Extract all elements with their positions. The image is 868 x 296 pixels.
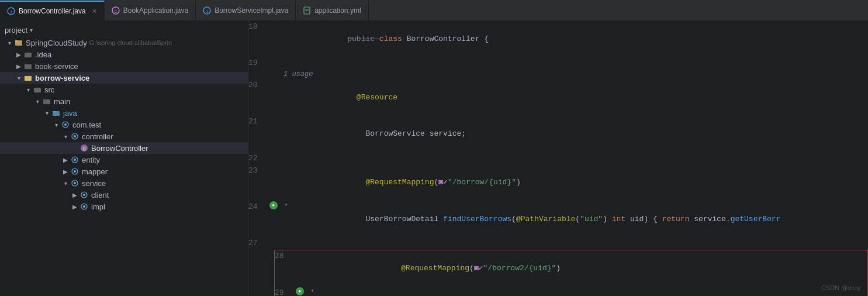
- fold-arrow-24[interactable]: ▾: [285, 201, 288, 208]
- book-service-icon: [23, 61, 33, 71]
- tab-close-icon[interactable]: ✕: [92, 8, 97, 15]
- controller-label: controller: [82, 132, 113, 141]
- svg-point-24: [64, 123, 67, 126]
- tree-impl[interactable]: ▶ impl: [0, 201, 248, 212]
- line-24: 24 ● ▾ UserBorrowDetail findUserBorrows(…: [248, 201, 868, 238]
- client-label: client: [91, 191, 109, 199]
- line-21: 21 BorrowService service;: [248, 116, 868, 152]
- root-folder-icon: [14, 38, 23, 47]
- borrow-controller-label: BorrowController: [91, 144, 148, 153]
- mapper-icon: [70, 167, 79, 176]
- borrow-service-icon: [23, 73, 33, 82]
- sidebar: project ▾ ▾ SpringCloudStudy G:\spring c…: [0, 21, 248, 296]
- tab-label-4: application.yml: [314, 6, 361, 15]
- java-label: java: [63, 109, 77, 118]
- tab-book-application[interactable]: C BookApplication.java: [105, 1, 196, 20]
- idea-folder-icon: [23, 50, 33, 59]
- borrow-controller-icon: C: [79, 143, 89, 153]
- book-service-label: book-service: [35, 62, 78, 71]
- svg-rect-20: [43, 99, 46, 101]
- svg-rect-18: [34, 88, 37, 89]
- tree-src[interactable]: ▾ src: [0, 84, 248, 95]
- book-service-arrow: ▶: [14, 63, 23, 70]
- code-container[interactable]: 18 public class BorrowController { 19: [248, 21, 868, 296]
- java-file-icon-3: J: [203, 6, 211, 15]
- svg-text:J: J: [10, 10, 12, 14]
- src-arrow: ▾: [23, 87, 33, 93]
- src-label: src: [44, 85, 54, 94]
- tree-borrow-controller[interactable]: C BorrowController: [0, 142, 248, 154]
- line-28: 28 @RequestMapping(◙✓"/borrow2/{uid}"): [275, 250, 867, 287]
- com-test-arrow: ▾: [51, 122, 61, 128]
- tab-label: BorrowController.java: [19, 7, 86, 15]
- idea-expand-arrow: ▶: [14, 51, 23, 58]
- tab-bar: J BorrowController.java ✕ C BookApplicat…: [0, 0, 868, 21]
- svg-point-32: [74, 170, 76, 173]
- main-area: project ▾ ▾ SpringCloudStudy G:\spring c…: [0, 21, 868, 296]
- main-icon: [42, 97, 51, 106]
- usage-hint: 1 usage: [248, 70, 868, 80]
- code-scroll[interactable]: 18 public class BorrowController { 19: [248, 21, 868, 296]
- mapping-gutter-icon: ●: [269, 201, 278, 209]
- tree-entity[interactable]: ▶ entity: [0, 154, 248, 166]
- project-dropdown-arrow: ▾: [30, 27, 33, 33]
- impl-icon: [79, 202, 89, 211]
- mapping-gutter-icon-29: ●: [296, 287, 304, 295]
- main-label: main: [54, 97, 70, 106]
- tree-main[interactable]: ▾ main: [0, 95, 248, 107]
- com-test-label: com.test: [72, 121, 101, 129]
- tree-borrow-service[interactable]: ▾ borrow-service: [0, 72, 248, 84]
- impl-arrow: ▶: [70, 204, 79, 210]
- service-arrow: ▾: [61, 180, 70, 187]
- usage-hint-container: 1 usage 20 @Resource: [248, 70, 868, 116]
- java-folder-icon: [51, 108, 61, 118]
- client-icon: [79, 190, 89, 199]
- tree-client[interactable]: ▶ client: [0, 189, 248, 201]
- svg-point-26: [74, 135, 76, 137]
- line-27: 27: [248, 238, 868, 250]
- line-18: 18 public class BorrowController {: [248, 21, 868, 57]
- project-header[interactable]: project ▾: [0, 23, 248, 37]
- svg-point-36: [83, 194, 85, 196]
- entity-label: entity: [82, 156, 100, 164]
- tree-com-test[interactable]: ▾ com.test: [0, 119, 248, 130]
- tab-borrow-service-impl[interactable]: J BorrowServiceImpl.java: [196, 1, 296, 20]
- root-expand-arrow: ▾: [5, 40, 14, 46]
- yml-file-icon: [303, 6, 311, 15]
- java-file-icon-2: C: [112, 6, 120, 15]
- project-label: project: [5, 26, 27, 35]
- svg-rect-16: [25, 76, 27, 77]
- line-29: 29 ● ▾ String findUserBorrows2(@PathVari…: [275, 287, 867, 296]
- editor-area: 18 public class BorrowController { 19: [248, 21, 868, 296]
- service-label: service: [82, 179, 106, 188]
- service-icon: [70, 178, 79, 188]
- tree-java[interactable]: ▾ java: [0, 107, 248, 119]
- svg-text:C: C: [82, 147, 85, 151]
- main-arrow: ▾: [33, 98, 42, 105]
- mapper-label: mapper: [82, 167, 108, 176]
- svg-text:J: J: [206, 9, 208, 13]
- client-arrow: ▶: [70, 192, 79, 198]
- tree-root[interactable]: ▾ SpringCloudStudy G:\spring cloud aliba…: [0, 37, 248, 49]
- java-file-icon: J: [7, 7, 15, 15]
- line-20: 20 @Resource: [248, 80, 868, 116]
- watermark: CSDN @vcoy: [821, 284, 861, 291]
- tab-application-yml[interactable]: application.yml: [296, 1, 368, 20]
- line-22: 22: [248, 153, 868, 165]
- com-test-icon: [61, 120, 70, 129]
- svg-point-38: [83, 205, 85, 208]
- tab-label-3: BorrowServiceImpl.java: [215, 6, 288, 15]
- tree-service[interactable]: ▾ service: [0, 177, 248, 189]
- tree-idea[interactable]: ▶ .idea: [0, 49, 248, 60]
- impl-label: impl: [91, 202, 105, 211]
- entity-icon: [70, 155, 79, 164]
- fold-arrow-29[interactable]: ▾: [311, 287, 314, 294]
- svg-rect-10: [15, 40, 18, 42]
- tree-controller[interactable]: ▾ controller: [0, 130, 248, 142]
- svg-point-34: [74, 182, 76, 184]
- tab-borrow-controller[interactable]: J BorrowController.java ✕: [0, 1, 105, 20]
- borrow-service-arrow: ▾: [14, 75, 23, 81]
- tab-label-2: BookApplication.java: [123, 6, 188, 15]
- tree-mapper[interactable]: ▶ mapper: [0, 166, 248, 177]
- tree-book-service[interactable]: ▶ book-service: [0, 60, 248, 72]
